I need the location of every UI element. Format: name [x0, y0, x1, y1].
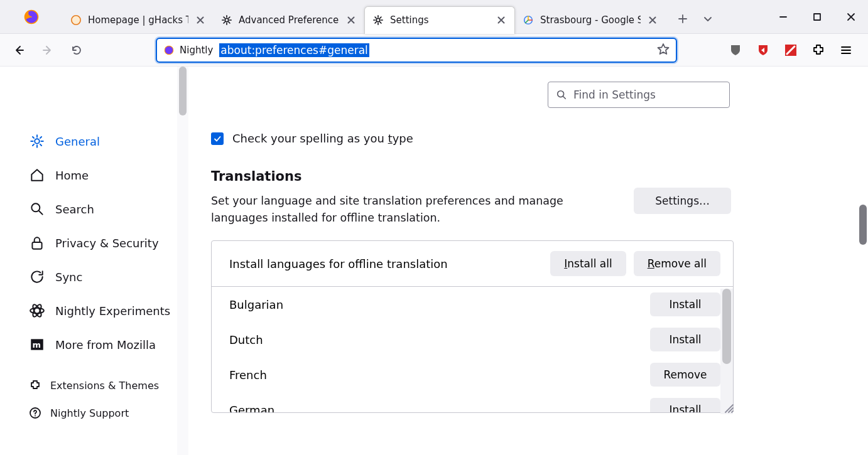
noscript-icon[interactable] [784, 43, 798, 57]
search-placeholder: Find in Settings [573, 88, 656, 101]
svg-point-6 [165, 46, 173, 55]
spellcheck-checkbox[interactable] [211, 132, 224, 145]
lock-icon [29, 235, 45, 251]
new-tab-button[interactable] [677, 13, 688, 27]
ublock-icon[interactable] [729, 43, 742, 57]
window-maximize-button[interactable] [800, 0, 834, 34]
extensions-icon[interactable] [811, 43, 825, 57]
sidebar-item-more-mozilla[interactable]: m More from Mozilla [29, 328, 182, 361]
gear-icon [372, 14, 384, 26]
svg-rect-5 [814, 14, 820, 20]
tab-google-search[interactable]: Strasbourg - Google Sea [515, 6, 666, 34]
google-icon [523, 14, 534, 26]
remove-language-button[interactable]: Remove [650, 363, 720, 387]
language-row: FrenchRemove [212, 357, 733, 392]
tab-label: Strasbourg - Google Sea [540, 14, 641, 26]
home-icon [29, 167, 45, 183]
sidebar-item-home[interactable]: Home [29, 158, 182, 192]
search-icon [556, 89, 567, 100]
install-all-button[interactable]: Install all [550, 251, 626, 276]
tab-label: Settings [390, 14, 489, 26]
tab-advanced-prefs[interactable]: Advanced Preferences [214, 6, 364, 34]
app-menu-button[interactable] [839, 43, 853, 57]
language-name: German [229, 404, 650, 413]
translations-settings-button[interactable]: Settings… [634, 188, 731, 214]
language-row: DutchInstall [212, 322, 733, 357]
remove-all-button[interactable]: Remove all [634, 251, 720, 276]
sidebar-label: Nightly Experiments [55, 304, 170, 318]
sidebar-label: More from Mozilla [55, 338, 156, 351]
sidebar-label: Home [55, 169, 89, 182]
svg-point-17 [558, 91, 564, 97]
forward-button[interactable] [35, 38, 60, 63]
close-icon[interactable] [345, 14, 357, 26]
sync-icon [29, 269, 45, 285]
sidebar-item-extensions-themes[interactable]: Extensions & Themes [29, 372, 182, 399]
svg-point-9 [31, 203, 40, 211]
sidebar-label: Nightly Support [50, 407, 129, 419]
bookmark-star-icon[interactable] [657, 43, 670, 58]
offline-languages-label: Install languages for offline translatio… [229, 257, 543, 270]
mozilla-icon: m [29, 336, 45, 353]
resize-grip-icon[interactable] [722, 401, 734, 414]
svg-point-3 [376, 18, 379, 21]
translations-heading: Translations [211, 169, 850, 184]
sidebar-item-sync[interactable]: Sync [29, 260, 182, 294]
favicon-ghacks-icon [70, 14, 82, 26]
language-name: French [229, 368, 650, 382]
reload-button[interactable] [64, 38, 89, 63]
tab-label: Advanced Preferences [239, 14, 339, 26]
app-logo [0, 0, 63, 33]
language-row: GermanInstall [212, 392, 733, 412]
all-tabs-button[interactable] [702, 13, 713, 27]
search-icon [29, 201, 45, 217]
sidebar-label: Privacy & Security [55, 237, 159, 250]
install-language-button[interactable]: Install [650, 398, 720, 412]
svg-point-2 [225, 18, 228, 21]
puzzle-icon [29, 379, 41, 392]
language-name: Dutch [229, 333, 650, 346]
svg-point-11 [30, 308, 44, 314]
atom-icon [29, 302, 45, 319]
svg-point-8 [35, 139, 40, 144]
sidebar-item-general[interactable]: General [29, 124, 182, 158]
offline-languages-box: Install languages for offline translatio… [211, 240, 734, 413]
sidebar-item-search[interactable]: Search [29, 192, 182, 226]
install-language-button[interactable]: Install [650, 328, 720, 351]
identity-box[interactable]: Nightly [163, 45, 213, 56]
svg-text:m: m [32, 340, 41, 350]
svg-point-1 [72, 15, 80, 24]
tab-ghacks[interactable]: Homepage | gHacks Tech [63, 6, 214, 34]
install-language-button[interactable]: Install [650, 292, 720, 316]
url-bar[interactable]: Nightly about:preferences#general [156, 38, 677, 63]
close-icon[interactable] [647, 14, 658, 26]
back-button[interactable] [6, 38, 31, 63]
svg-rect-10 [32, 242, 41, 249]
sidebar-label: General [55, 135, 100, 148]
question-icon [29, 407, 41, 419]
tab-settings[interactable]: Settings [364, 6, 515, 34]
window-minimize-button[interactable] [766, 0, 800, 34]
sidebar-scrollbar[interactable] [177, 67, 188, 455]
sidebar-label: Sync [55, 270, 82, 284]
identity-label: Nightly [180, 45, 213, 56]
gear-icon [29, 133, 45, 149]
find-in-settings-input[interactable]: Find in Settings [548, 82, 730, 108]
shield-red-icon[interactable] [756, 43, 770, 57]
sidebar-item-experiments[interactable]: Nightly Experiments [29, 294, 182, 328]
sidebar-item-support[interactable]: Nightly Support [29, 399, 182, 427]
spellcheck-label: Check your spelling as you type [232, 132, 413, 145]
window-close-button[interactable] [834, 0, 868, 34]
url-text: about:preferences#general [219, 43, 369, 57]
language-row: BulgarianInstall [212, 287, 733, 322]
gear-icon [221, 14, 232, 26]
close-icon[interactable] [195, 14, 206, 26]
sidebar-label: Search [55, 203, 94, 216]
page-scrollbar[interactable] [858, 67, 868, 455]
language-name: Bulgarian [229, 298, 650, 311]
sidebar-item-privacy[interactable]: Privacy & Security [29, 226, 182, 260]
translations-description: Set your language and site translation p… [211, 193, 600, 227]
close-icon[interactable] [496, 14, 507, 26]
sidebar-label: Extensions & Themes [50, 380, 159, 392]
tab-label: Homepage | gHacks Tech [88, 14, 188, 26]
